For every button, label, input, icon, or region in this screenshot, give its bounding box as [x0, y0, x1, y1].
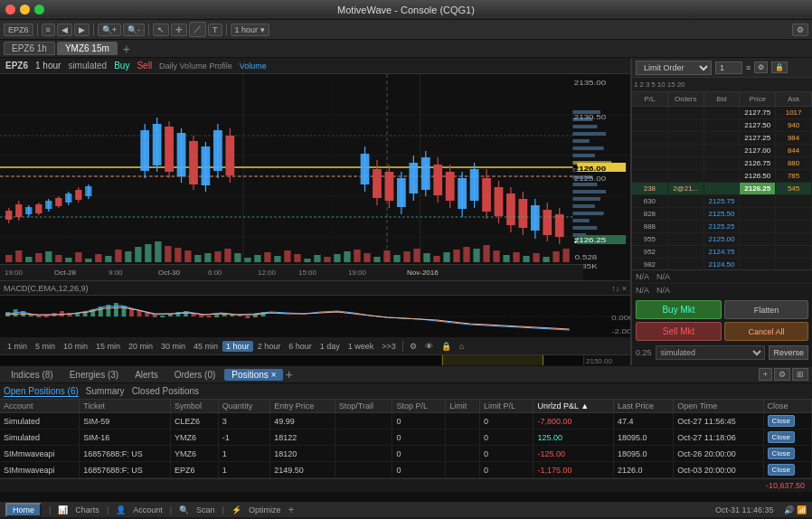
toolbar-epz6[interactable]: EPZ6	[4, 24, 33, 36]
candlestick-chart[interactable]: 2135.00 2130.50 2126.00 2125.00 2114.75 …	[0, 74, 630, 280]
col-last[interactable]: Last Price	[614, 400, 674, 413]
qty-tab-10[interactable]: 10	[657, 80, 666, 89]
dom-row[interactable]: 982 2124.50	[632, 259, 812, 269]
qty-tab-5[interactable]: 5	[651, 80, 655, 89]
qty-tab-15[interactable]: 15	[667, 80, 675, 89]
toolbar-fwd[interactable]: ▶	[74, 24, 90, 36]
tf-1min[interactable]: 1 min	[4, 341, 31, 352]
col-limit-pl[interactable]: Limit P/L	[480, 400, 533, 413]
status-charts-btn[interactable]: Charts	[75, 505, 99, 514]
tf-lock[interactable]: 🔒	[438, 341, 455, 352]
col-stop-pl[interactable]: Stop P/L	[392, 400, 446, 413]
tf-2hour[interactable]: 2 hour	[254, 341, 285, 352]
tf-15min[interactable]: 15 min	[92, 341, 124, 352]
add-bottom-tab[interactable]: +	[285, 367, 292, 382]
tf-chart-settings[interactable]: ⚙	[406, 341, 420, 352]
sim-mode-select[interactable]: simulated live	[656, 345, 766, 360]
tf-20min[interactable]: 20 min	[125, 341, 156, 352]
toolbar-text[interactable]: T	[208, 24, 222, 36]
toolbar-timeframe[interactable]: 1 hour ▾	[231, 24, 269, 36]
close-position-btn[interactable]: Close	[768, 464, 795, 476]
col-stop[interactable]: Stop/Trail	[335, 400, 392, 413]
tf-home[interactable]: ⌂	[456, 341, 467, 352]
qty-tab-2[interactable]: 2	[639, 80, 643, 89]
col-quantity[interactable]: Quantity	[218, 400, 269, 413]
tab-energies[interactable]: Energies (3)	[62, 369, 126, 381]
toolbar-file[interactable]: ≡	[42, 24, 55, 36]
buy-mkt-btn[interactable]: Buy Mkt	[636, 300, 722, 319]
col-entry[interactable]: Entry Price	[270, 400, 335, 413]
col-limit[interactable]: Limit	[446, 400, 480, 413]
qty-tab-20[interactable]: 20	[677, 80, 685, 89]
dom-row[interactable]: 2127.75 1017	[632, 107, 812, 119]
tf-more[interactable]: >>3	[378, 341, 400, 352]
subbar-closed[interactable]: Closed Positions	[132, 386, 199, 396]
toolbar-settings[interactable]: ⚙	[792, 24, 808, 36]
subbar-summary[interactable]: Summary	[86, 386, 125, 396]
status-home-btn[interactable]: Home	[5, 503, 42, 517]
tab-positions[interactable]: Positions ×	[224, 369, 283, 381]
status-optimize-btn[interactable]: Optimize	[249, 505, 281, 514]
tf-30min[interactable]: 30 min	[157, 341, 189, 352]
dom-row-current[interactable]: 238 2@21... 2126.25 545	[632, 183, 812, 195]
tf-10min[interactable]: 10 min	[60, 341, 91, 352]
toolbar-zoom-out[interactable]: 🔍-	[123, 24, 145, 36]
status-account-btn[interactable]: Account	[133, 505, 163, 514]
tf-5min[interactable]: 5 min	[32, 341, 59, 352]
tab-indices[interactable]: Indices (8)	[4, 369, 61, 381]
add-chart-tab[interactable]: +	[119, 42, 134, 56]
col-open-time[interactable]: Open Time	[674, 400, 763, 413]
tf-45min[interactable]: 45 min	[190, 341, 222, 352]
qty-tab-1[interactable]: 1	[634, 80, 637, 89]
close-position-btn[interactable]: Close	[768, 431, 795, 443]
dom-row[interactable]: 888 2125.25	[632, 221, 812, 233]
toolbar-back[interactable]: ◀	[57, 24, 72, 36]
nav-chart[interactable]: Sep-18 Sep-25 Oct-2016 Oct-9 Oct-16 Oct-…	[0, 355, 583, 365]
dom-row[interactable]: 952 2124.75	[632, 246, 812, 259]
tab-alerts[interactable]: Alerts	[127, 369, 165, 381]
order-settings-btn[interactable]: ⚙	[754, 61, 768, 73]
dom-row[interactable]: 2126.50 785	[632, 170, 812, 183]
tab-epz6[interactable]: EPZ6 1h	[4, 42, 55, 55]
order-lock-btn[interactable]: 🔒	[771, 61, 788, 73]
reverse-btn[interactable]: Reverse	[769, 345, 808, 360]
tf-6hour[interactable]: 6 hour	[285, 341, 316, 352]
dom-row[interactable]: 828 2125.50	[632, 208, 812, 221]
col-account[interactable]: Account	[0, 400, 80, 413]
positions-settings-btn[interactable]: ⚙	[774, 368, 790, 381]
minimize-window-btn[interactable]	[20, 5, 30, 14]
dom-row[interactable]: 2127.25 984	[632, 132, 812, 145]
dom-row[interactable]: 2127.00 844	[632, 145, 812, 157]
close-position-btn[interactable]: Close	[768, 415, 795, 427]
col-ticket[interactable]: Ticket	[80, 400, 171, 413]
tf-eye[interactable]: 👁	[421, 341, 437, 352]
cancel-all-btn[interactable]: Cancel All	[724, 322, 808, 341]
flatten-btn[interactable]: Flatten	[724, 300, 808, 319]
tab-ymz6[interactable]: YMZ6 15m	[57, 42, 118, 55]
dom-row[interactable]: 630 2125.75	[632, 195, 812, 208]
order-qty-input[interactable]	[715, 61, 742, 74]
toolbar-zoom-in[interactable]: 🔍+	[98, 24, 121, 36]
positions-add-btn[interactable]: +	[759, 368, 772, 381]
col-unrlzd[interactable]: Unrlzd P&L ▲	[533, 400, 614, 413]
status-scan-btn[interactable]: Scan	[196, 505, 215, 514]
tf-1day[interactable]: 1 day	[316, 341, 344, 352]
tab-orders[interactable]: Orders (0)	[167, 369, 223, 381]
subbar-open[interactable]: Open Positions (6)	[4, 386, 79, 397]
tf-1week[interactable]: 1 week	[345, 341, 378, 352]
positions-layout-btn[interactable]: ⊞	[792, 368, 808, 381]
sell-mkt-btn[interactable]: Sell Mkt	[636, 322, 722, 341]
tf-1hour[interactable]: 1 hour	[222, 341, 253, 352]
col-symbol[interactable]: Symbol	[171, 400, 219, 413]
qty-tab-3[interactable]: 3	[646, 80, 649, 89]
order-type-select[interactable]: Limit Order Market Order Stop Order	[636, 61, 712, 75]
toolbar-crosshair[interactable]: ✛	[171, 24, 187, 36]
macd-expand[interactable]: ↑↓ ×	[611, 284, 627, 293]
dom-row[interactable]: 2127.50 940	[632, 119, 812, 132]
maximize-window-btn[interactable]	[34, 5, 44, 14]
dom-row[interactable]: 955 2125.00	[632, 233, 812, 246]
close-window-btn[interactable]	[5, 5, 15, 14]
toolbar-line[interactable]: ／	[189, 22, 206, 37]
close-position-btn[interactable]: Close	[768, 448, 795, 459]
col-close[interactable]: Close	[763, 400, 811, 413]
